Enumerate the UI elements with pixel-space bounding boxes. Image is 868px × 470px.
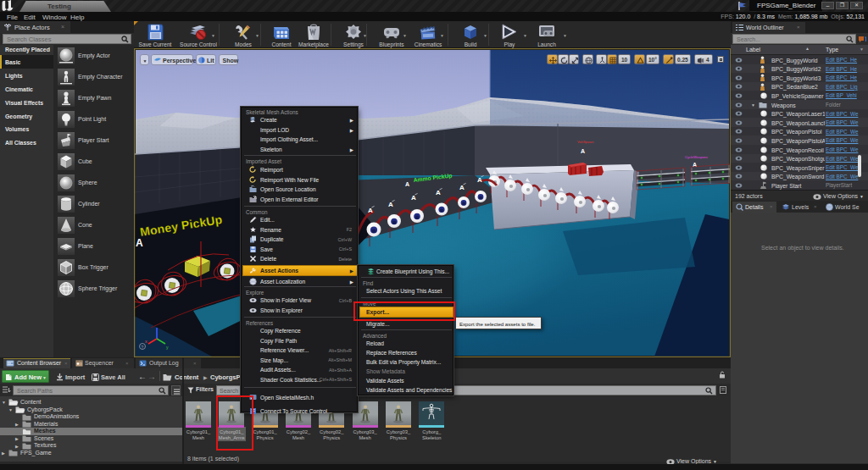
svg-text:VehSpawn: VehSpawn bbox=[577, 140, 593, 144]
svg-text:A: A bbox=[581, 148, 585, 154]
svg-text:A: A bbox=[388, 201, 393, 208]
svg-text:A: A bbox=[411, 194, 416, 202]
svg-text:A: A bbox=[436, 189, 441, 196]
svg-text:?: ? bbox=[141, 345, 143, 350]
svg-text:A: A bbox=[405, 181, 409, 187]
svg-text:A: A bbox=[477, 176, 482, 184]
svg-text:A: A bbox=[459, 184, 465, 191]
svg-text:A: A bbox=[136, 237, 143, 249]
svg-text:A: A bbox=[368, 207, 373, 214]
svg-text:CycleWeapons: CycleWeapons bbox=[685, 155, 708, 159]
